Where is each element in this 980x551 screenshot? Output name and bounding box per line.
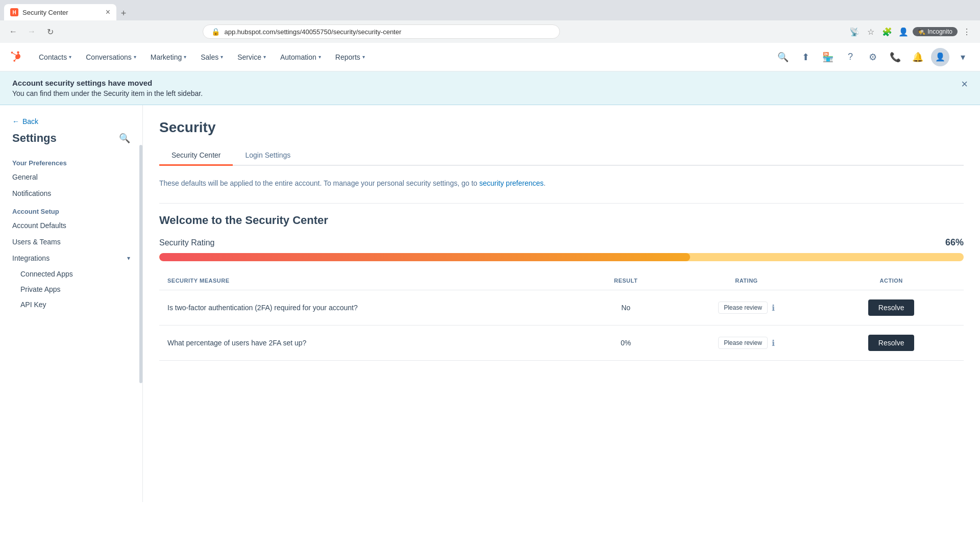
sidebar-search-icon[interactable]: 🔍 <box>119 133 130 144</box>
bookmark-icon[interactable]: ☆ <box>864 24 878 39</box>
sidebar-users-teams-label: Users & Teams <box>12 238 61 246</box>
browser-tab[interactable]: H Security Center × <box>4 4 116 20</box>
rating-cell-1: Please review ℹ <box>674 290 819 325</box>
notification-title: Account security settings have moved <box>12 79 203 87</box>
result-cell-1: No <box>578 290 674 325</box>
nav-sales[interactable]: Sales ▾ <box>194 49 229 65</box>
please-review-badge-1: Please review <box>718 302 768 314</box>
back-arrow-icon: ← <box>12 117 19 126</box>
sidebar-item-api-key[interactable]: API Key <box>0 297 142 312</box>
search-icon-button[interactable]: 🔍 <box>774 48 792 66</box>
nav-marketing[interactable]: Marketing ▾ <box>144 49 192 65</box>
description-main: These defaults will be applied to the en… <box>159 179 477 187</box>
forward-button[interactable]: → <box>24 24 39 39</box>
nav-icon-group: 🔍 ⬆ 🏪 ? ⚙ 📞 🔔 👤 ▾ <box>774 48 972 66</box>
security-preferences-link[interactable]: security preferences <box>479 179 544 187</box>
info-icon-1[interactable]: ℹ <box>772 303 775 313</box>
back-button[interactable]: ← <box>6 24 20 39</box>
sidebar-section-your-preferences: Your Preferences <box>0 153 142 169</box>
sidebar-item-users-teams[interactable]: Users & Teams <box>0 234 142 250</box>
menu-button[interactable]: ⋮ <box>960 24 974 39</box>
sidebar-section-account-setup: Account Setup <box>0 202 142 217</box>
url-text: app.hubspot.com/settings/40055750/securi… <box>224 28 401 36</box>
user-avatar[interactable]: 👤 <box>931 48 949 66</box>
notification-subtitle: You can find them under the Security ite… <box>12 89 203 97</box>
nav-automation[interactable]: Automation ▾ <box>274 49 327 65</box>
phone-icon-button[interactable]: 📞 <box>886 48 904 66</box>
result-text-1: No <box>586 304 666 312</box>
nav-service-label: Service <box>237 53 261 61</box>
sidebar-item-notifications[interactable]: Notifications <box>0 185 142 202</box>
sidebar-header: Settings 🔍 <box>0 130 142 153</box>
nav-marketing-chevron: ▾ <box>184 54 186 60</box>
nav-reports-chevron: ▾ <box>362 54 365 60</box>
progress-bar-container <box>159 253 964 261</box>
nav-service[interactable]: Service ▾ <box>231 49 272 65</box>
section-heading: Welcome to the Security Center <box>159 214 964 227</box>
nav-automation-chevron: ▾ <box>318 54 321 60</box>
tab-close-button[interactable]: × <box>106 8 110 16</box>
info-icon-2[interactable]: ℹ <box>772 338 775 348</box>
sidebar-item-account-defaults[interactable]: Account Defaults <box>0 217 142 234</box>
tab-login-settings[interactable]: Login Settings <box>233 146 303 166</box>
upgrade-icon-button[interactable]: ⬆ <box>796 48 815 66</box>
sidebar-scrollbar[interactable] <box>139 145 142 383</box>
nav-conversations[interactable]: Conversations ▾ <box>80 49 142 65</box>
result-text-2: 0% <box>586 339 666 347</box>
rating-label: Security Rating <box>159 238 215 247</box>
url-bar[interactable]: 🔒 app.hubspot.com/settings/40055750/secu… <box>203 24 560 39</box>
col-header-action: ACTION <box>819 271 964 290</box>
help-icon-button[interactable]: ? <box>841 48 860 66</box>
measure-text-1: Is two-factor authentication (2FA) requi… <box>167 304 358 312</box>
extension-icon[interactable]: 🧩 <box>880 24 894 39</box>
rating-header: Security Rating 66% <box>159 237 964 248</box>
cast-icon[interactable]: 📡 <box>847 24 862 39</box>
refresh-button[interactable]: ↻ <box>43 24 57 39</box>
settings-icon-button[interactable]: ⚙ <box>864 48 882 66</box>
sidebar-item-general[interactable]: General <box>0 169 142 185</box>
nav-reports[interactable]: Reports ▾ <box>329 49 371 65</box>
tab-favicon: H <box>10 8 18 16</box>
hubspot-logo[interactable] <box>8 49 24 65</box>
sidebar-item-integrations[interactable]: Integrations ▾ <box>0 250 142 266</box>
action-cell-1: Resolve <box>819 290 964 325</box>
sidebar-item-connected-apps[interactable]: Connected Apps <box>0 266 142 282</box>
new-tab-button[interactable]: + <box>116 6 131 20</box>
sidebar-item-private-apps[interactable]: Private Apps <box>0 282 142 297</box>
measure-cell-1: Is two-factor authentication (2FA) requi… <box>159 290 578 325</box>
sidebar-notifications-label: Notifications <box>12 189 51 197</box>
avatar-chevron[interactable]: ▾ <box>953 48 972 66</box>
resolve-button-2[interactable]: Resolve <box>868 335 915 351</box>
resolve-button-1[interactable]: Resolve <box>868 299 915 316</box>
measure-text-2: What percentage of users have 2FA set up… <box>167 339 306 347</box>
notification-close-button[interactable]: × <box>961 79 968 90</box>
action-cell-2: Resolve <box>819 325 964 361</box>
tab-security-center[interactable]: Security Center <box>159 146 233 166</box>
col-header-rating: RATING <box>674 271 819 290</box>
incognito-label: Incognito <box>927 28 952 35</box>
sidebar-private-apps-label: Private Apps <box>20 285 61 293</box>
sidebar-api-key-label: API Key <box>20 300 46 309</box>
please-review-badge-2: Please review <box>718 337 768 349</box>
top-navigation: Contacts ▾ Conversations ▾ Marketing ▾ S… <box>0 43 980 71</box>
main-content: Security Security Center Login Settings … <box>143 105 980 502</box>
main-area: ← Back Settings 🔍 Your Preferences Gener… <box>0 105 980 502</box>
nav-contacts[interactable]: Contacts ▾ <box>33 49 78 65</box>
notification-text: Account security settings have moved You… <box>12 79 203 97</box>
profile-icon[interactable]: 👤 <box>896 24 911 39</box>
marketplace-icon-button[interactable]: 🏪 <box>819 48 837 66</box>
result-cell-2: 0% <box>578 325 674 361</box>
integrations-chevron-icon: ▾ <box>127 255 130 262</box>
rating-cell-2: Please review ℹ <box>674 325 819 361</box>
nav-conversations-chevron: ▾ <box>134 54 136 60</box>
nav-sales-label: Sales <box>201 53 218 61</box>
notifications-icon-button[interactable]: 🔔 <box>909 48 927 66</box>
description-divider <box>159 203 964 204</box>
nav-contacts-label: Contacts <box>39 53 67 61</box>
sidebar-back-button[interactable]: ← Back <box>0 113 142 130</box>
nav-service-chevron: ▾ <box>263 54 266 60</box>
measure-cell-2: What percentage of users have 2FA set up… <box>159 325 578 361</box>
notification-banner: Account security settings have moved You… <box>0 71 980 105</box>
incognito-icon: 🕵 <box>918 28 925 35</box>
sidebar-title: Settings <box>12 132 57 145</box>
